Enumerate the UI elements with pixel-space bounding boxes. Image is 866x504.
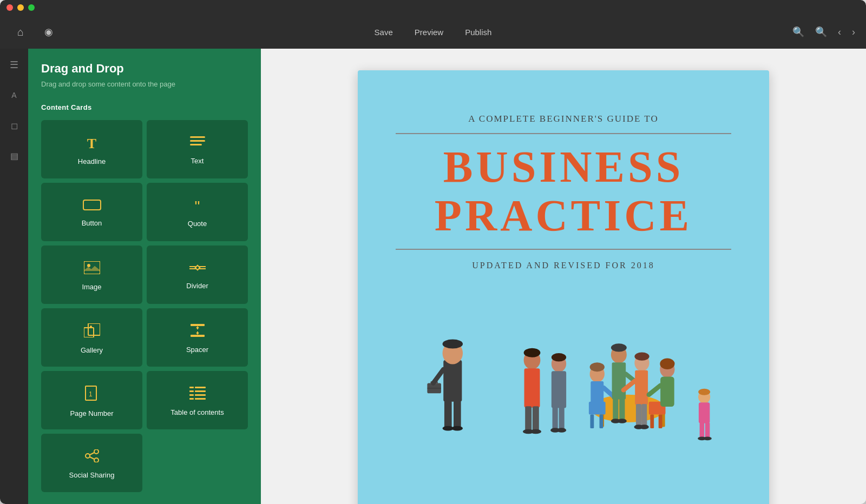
quote-label: Quote — [188, 220, 207, 228]
svg-point-14 — [90, 326, 92, 328]
toc-icon — [189, 387, 206, 403]
document-page: A COMPLETE BEGINNER'S GUIDE TO BUSINESS … — [358, 70, 769, 504]
svg-rect-26 — [195, 390, 206, 392]
divider-card[interactable]: Divider — [147, 246, 248, 304]
image-label: Image — [82, 283, 101, 291]
svg-rect-23 — [189, 387, 194, 388]
maximize-button[interactable] — [28, 4, 35, 11]
svg-rect-78 — [660, 377, 674, 407]
content-panel: Drag and Drop Drag and drop some content… — [28, 49, 261, 504]
gallery-card[interactable]: Gallery — [41, 308, 142, 367]
svg-point-100 — [703, 436, 711, 440]
toc-card[interactable]: Table of contents — [147, 371, 248, 429]
doc-tagline: UPDATED AND REVISED FOR 2018 — [396, 261, 731, 270]
spacer-card[interactable]: Spacer — [147, 308, 248, 367]
svg-rect-15 — [191, 324, 205, 326]
doc-illustration — [396, 303, 731, 454]
zoom-out-icon[interactable]: 🔍 — [792, 26, 804, 38]
top-nav: ⌂ ◉ Save Preview Publish 🔍 🔍 ‹ › — [0, 15, 866, 49]
user-nav-icon[interactable]: ◉ — [39, 22, 58, 42]
svg-point-74 — [640, 425, 649, 429]
svg-line-79 — [649, 386, 660, 395]
headline-icon: T — [87, 136, 96, 152]
menu-icon[interactable]: ☰ — [4, 55, 24, 75]
app-window: ⌂ ◉ Save Preview Publish 🔍 🔍 ‹ › ☰ A ◻ — [0, 0, 866, 504]
social-sharing-card[interactable]: Social Sharing — [41, 434, 142, 492]
svg-rect-62 — [612, 362, 626, 399]
svg-rect-40 — [454, 401, 461, 428]
zoom-in-icon[interactable]: 🔍 — [815, 26, 827, 38]
svg-line-34 — [90, 453, 94, 455]
svg-point-86 — [530, 429, 541, 434]
cards-grid: T Headline Text — [28, 120, 261, 492]
svg-text:1: 1 — [89, 390, 93, 398]
minimize-button[interactable] — [17, 4, 24, 11]
svg-point-5 — [87, 264, 90, 267]
illustration-svg — [406, 303, 720, 454]
svg-rect-3 — [83, 200, 101, 210]
list-icon[interactable]: ▤ — [4, 146, 24, 165]
headline-card[interactable]: T Headline — [41, 120, 142, 178]
nav-left: ⌂ ◉ — [11, 22, 58, 42]
svg-rect-54 — [650, 415, 654, 429]
svg-point-31 — [94, 449, 99, 454]
svg-marker-18 — [196, 326, 199, 328]
svg-point-66 — [618, 419, 627, 423]
svg-line-46 — [433, 369, 443, 383]
preview-link[interactable]: Preview — [415, 28, 443, 37]
divider-label: Divider — [186, 282, 208, 290]
toc-label: Table of contents — [170, 408, 224, 416]
gallery-label: Gallery — [81, 346, 103, 354]
doc-divider-top — [396, 133, 731, 134]
forward-icon[interactable]: › — [852, 26, 855, 38]
nav-center: Save Preview Publish — [375, 28, 492, 37]
publish-link[interactable]: Publish — [465, 28, 491, 37]
text-label: Text — [191, 157, 204, 165]
close-button[interactable] — [6, 4, 13, 11]
titlebar — [0, 0, 866, 15]
svg-point-32 — [94, 458, 99, 462]
gallery-icon — [84, 323, 100, 341]
divider-icon — [189, 262, 206, 276]
svg-rect-64 — [619, 398, 625, 421]
svg-rect-98 — [705, 422, 710, 439]
svg-rect-2 — [190, 144, 202, 145]
svg-rect-36 — [443, 360, 462, 402]
svg-rect-27 — [189, 394, 194, 396]
page-number-card[interactable]: 1 Page Number — [41, 371, 142, 429]
save-link[interactable]: Save — [375, 28, 393, 37]
svg-point-42 — [452, 426, 463, 431]
svg-rect-55 — [659, 415, 662, 429]
svg-rect-0 — [190, 136, 205, 138]
page-number-label: Page Number — [70, 409, 113, 417]
panel-title: Drag and Drop — [41, 62, 248, 76]
svg-rect-84 — [533, 406, 539, 432]
text-card[interactable]: Text — [147, 120, 248, 178]
social-sharing-label: Social Sharing — [69, 471, 115, 479]
page-icon[interactable]: ◻ — [4, 116, 24, 135]
svg-point-95 — [698, 389, 710, 395]
svg-rect-51 — [590, 415, 594, 429]
text-icon — [190, 136, 205, 151]
doc-pre-title: A COMPLETE BEGINNER'S GUIDE TO — [396, 114, 731, 124]
svg-rect-16 — [191, 335, 205, 337]
text-tool-icon[interactable]: A — [4, 85, 24, 105]
spacer-icon — [191, 324, 205, 340]
headline-label: Headline — [78, 157, 106, 165]
svg-rect-70 — [635, 370, 648, 405]
svg-line-35 — [90, 457, 94, 459]
image-card[interactable]: Image — [41, 246, 142, 304]
button-card[interactable]: Button — [41, 183, 142, 241]
svg-point-81 — [524, 348, 541, 357]
image-icon — [84, 261, 100, 277]
sidebar-icon-rail: ☰ A ◻ ▤ — [0, 49, 28, 504]
panel-header: Drag and Drop Drag and drop some content… — [28, 49, 261, 103]
quote-card[interactable]: " Quote — [147, 183, 248, 241]
spacer-label: Spacer — [186, 346, 208, 354]
home-nav-icon[interactable]: ⌂ — [11, 22, 30, 42]
back-icon[interactable]: ‹ — [838, 26, 841, 38]
svg-point-77 — [660, 358, 674, 369]
main-area: ☰ A ◻ ▤ Drag and Drop Drag and drop some… — [0, 49, 866, 504]
svg-point-69 — [634, 352, 649, 360]
quote-icon: " — [195, 199, 200, 214]
